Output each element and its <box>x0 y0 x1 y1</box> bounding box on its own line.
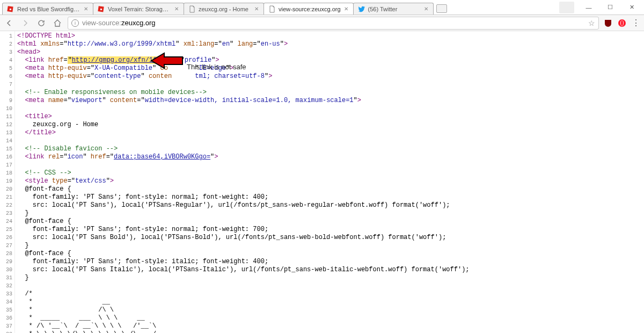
tab-label: Red vs Blue Swordfightin <box>17 6 80 12</box>
tab-close-icon[interactable]: ✕ <box>174 6 179 12</box>
line-number: 13 <box>1 129 12 137</box>
source-line: <title> <box>17 113 470 121</box>
menu-button[interactable]: ⋮ <box>631 18 641 28</box>
line-number: 8 <box>1 89 12 97</box>
extension-ublock-icon[interactable] <box>603 18 613 28</box>
line-number: 1 <box>1 32 12 40</box>
tab-close-icon[interactable]: ✕ <box>343 6 349 12</box>
line-number: 6 <box>1 73 12 81</box>
line-number: 9 <box>1 97 12 105</box>
line-number: 33 <box>1 290 12 298</box>
line-gutter: 1234567891011121314151617181920212223242… <box>0 31 15 333</box>
source-line: } <box>17 209 470 218</box>
line-number: 12 <box>1 121 12 129</box>
back-button[interactable] <box>3 17 15 29</box>
source-line: * _____ ___ \ \ \ __ <box>17 314 470 322</box>
line-number: 17 <box>1 161 12 169</box>
line-number: 7 <box>1 81 12 89</box>
source-line: @font-face { <box>17 218 470 226</box>
titlebar: Red vs Blue Swordfightin✕Voxel Terrain: … <box>0 0 644 15</box>
line-number: 18 <box>1 169 12 177</box>
line-number: 27 <box>1 242 12 250</box>
source-line: src: local('PT Sans'), local('PTSans-Reg… <box>17 201 470 209</box>
svg-rect-3 <box>100 8 102 10</box>
source-line: <link rel="icon" href="data:;base64,iVBO… <box>17 153 470 161</box>
source-line: font-family: 'PT Sans'; font-style: ital… <box>17 258 470 266</box>
source-line: @font-face { <box>17 250 470 258</box>
source-line: * /\ '__`\ / __`\ \ \ \ /'__`\ <box>17 322 470 330</box>
new-tab-button[interactable] <box>436 4 447 13</box>
line-number: 34 <box>1 298 12 306</box>
tab-close-icon[interactable]: ✕ <box>254 6 259 12</box>
source-line: <!-- Enable responsiveness on mobile dev… <box>17 89 470 97</box>
line-number: 30 <box>1 266 12 274</box>
line-number: 10 <box>1 105 12 113</box>
source-line <box>17 282 470 290</box>
line-number: 20 <box>1 185 12 193</box>
source-line: <head> <box>17 48 470 56</box>
source-line: <link href="http://gmpg.org/xfn/11" rel=… <box>17 56 470 64</box>
tab-2[interactable]: zeuxcg.org - Home✕ <box>184 3 264 15</box>
source-line: @font-face { <box>17 185 470 193</box>
favicon-link[interactable]: data:;base64,iVBORw0KGgo= <box>114 153 210 161</box>
tab-3[interactable]: view-source:zeuxcg.org✕ <box>264 3 354 15</box>
tab-favicon <box>188 5 196 13</box>
source-line: zeuxcg.org - Home <box>17 121 470 129</box>
tab-1[interactable]: Voxel Terrain: Storage - R✕ <box>93 3 184 15</box>
source-line: <meta http-equiv="X-UA-Compatible" co "I… <box>17 64 470 73</box>
tab-0[interactable]: Red vs Blue Swordfightin✕ <box>2 3 93 15</box>
extension-opera-icon[interactable] <box>617 18 627 28</box>
toolbar: i view-source:zeuxcg.org ☆ ⋮ <box>0 15 644 31</box>
source-line: * /\ \ <box>17 306 470 314</box>
bookmark-star-icon[interactable]: ☆ <box>588 19 595 27</box>
line-number: 37 <box>1 322 12 330</box>
profile-button[interactable] <box>559 2 574 13</box>
source-line: } <box>17 242 470 250</box>
close-window-button[interactable]: ✕ <box>621 2 642 13</box>
source-line: <!-- Disable favicon --> <box>17 145 470 153</box>
source-line: src: local('PT Sans Bold'), local('PTSan… <box>17 234 470 242</box>
line-number: 38 <box>1 330 12 333</box>
source-line <box>17 105 470 113</box>
profile-link[interactable]: http://gmpg.org/xfn/11 <box>72 56 157 64</box>
tab-label: view-source:zeuxcg.org <box>279 6 341 12</box>
line-number: 29 <box>1 258 12 266</box>
line-number: 36 <box>1 314 12 322</box>
line-number: 19 <box>1 177 12 185</box>
tab-close-icon[interactable]: ✕ <box>83 6 89 12</box>
line-number: 3 <box>1 48 12 56</box>
line-number: 21 <box>1 193 12 201</box>
tab-favicon <box>7 5 14 13</box>
line-number: 15 <box>1 145 12 153</box>
address-bar[interactable]: i view-source:zeuxcg.org ☆ <box>68 17 599 30</box>
source-line: font-family: 'PT Sans'; font-style: norm… <box>17 226 470 234</box>
tab-label: (56) Twitter <box>368 6 421 12</box>
source-line: <meta name="viewport" content="width=dev… <box>17 97 470 105</box>
home-button[interactable] <box>52 17 63 29</box>
source-line: <!-- CSS --> <box>17 169 470 177</box>
maximize-button[interactable]: ☐ <box>600 2 620 13</box>
source-line: <html xmlns="http://www.w3.org/1999/xhtm… <box>17 40 470 48</box>
site-info-icon[interactable]: i <box>71 19 79 27</box>
line-number: 4 <box>1 56 12 64</box>
line-number: 5 <box>1 64 12 73</box>
source-line <box>17 81 470 89</box>
line-number: 14 <box>1 137 12 145</box>
minimize-button[interactable]: — <box>579 2 599 13</box>
url-text: view-source:zeuxcg.org <box>82 19 156 27</box>
line-number: 2 <box>1 40 12 48</box>
svg-point-6 <box>621 20 623 26</box>
tab-close-icon[interactable]: ✕ <box>423 6 429 12</box>
source-line: <meta http-equiv="content-type" conten t… <box>17 73 470 81</box>
source-code[interactable]: <!DOCTYPE html><html xmlns="http://www.w… <box>15 31 472 333</box>
reload-button[interactable] <box>35 17 47 29</box>
source-line: font-family: 'PT Sans'; font-style: norm… <box>17 193 470 201</box>
forward-button[interactable] <box>19 17 31 29</box>
source-line: </title> <box>17 129 470 137</box>
tab-4[interactable]: (56) Twitter✕ <box>353 3 434 15</box>
source-line: <!DOCTYPE html> <box>17 32 470 40</box>
tab-label: zeuxcg.org - Home <box>199 6 251 12</box>
source-line: * __ <box>17 298 470 306</box>
window-controls: — ☐ ✕ <box>559 0 644 15</box>
source-line <box>17 137 470 145</box>
